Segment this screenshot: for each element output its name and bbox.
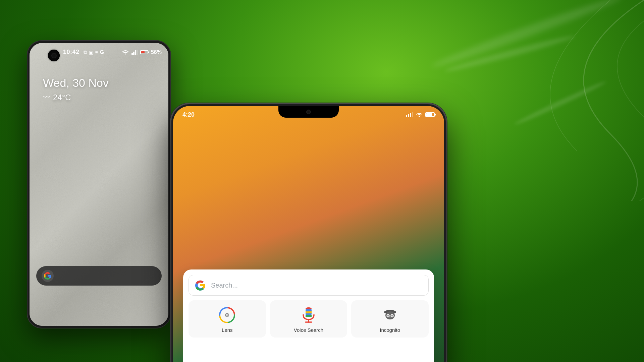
widget-google-logo: [194, 279, 206, 291]
microphone-icon: [300, 306, 317, 324]
battery-percent: 56%: [151, 49, 162, 55]
widget-actions: Lens: [189, 300, 429, 338]
iphone: 4:20: [154, 104, 299, 362]
clipboard-icon: ⧉: [84, 49, 87, 55]
android-status-icons: ⧉ ▣ ≡ G: [84, 49, 104, 55]
svg-point-1: [125, 53, 126, 54]
svg-rect-14: [306, 311, 312, 313]
svg-point-6: [419, 116, 420, 117]
svg-rect-13: [306, 307, 312, 309]
iphone-status-right: [406, 112, 435, 117]
android-screen: 10:42 ⧉ ▣ ≡ G: [30, 43, 168, 326]
svg-point-24: [391, 315, 393, 317]
lens-button[interactable]: Lens: [189, 300, 266, 338]
android-date-widget: Wed, 30 Nov 〰 24°C: [43, 76, 109, 102]
signal-bar-1: [406, 115, 407, 117]
lens-icon: [218, 306, 236, 324]
iphone-battery-icon: [425, 112, 435, 117]
signal-bar-4: [412, 112, 413, 117]
signal-bars-icon: [406, 112, 413, 117]
iphone-body: 4:20: [171, 104, 446, 362]
signal-bar-3: [410, 113, 411, 117]
wifi-icon: [122, 50, 129, 55]
weather-icon: 〰: [43, 93, 50, 102]
android-time: 10:42: [63, 49, 79, 56]
iphone-battery-fill: [426, 113, 432, 116]
mic-svg: [301, 307, 316, 323]
voice-search-button[interactable]: Voice Search: [270, 300, 347, 338]
android-front-camera: [48, 50, 60, 61]
newspaper-icon: ≡: [95, 50, 98, 55]
android-date-text: Wed, 30 Nov: [43, 76, 109, 89]
iphone-time: 4:20: [182, 111, 195, 118]
svg-rect-5: [137, 50, 138, 55]
android-google-logo: [42, 270, 54, 282]
svg-rect-15: [306, 315, 312, 317]
search-placeholder[interactable]: Search...: [211, 282, 238, 289]
incognito-label: Incognito: [380, 327, 400, 333]
lens-label: Lens: [222, 327, 233, 333]
sim-icon: ▣: [89, 50, 93, 55]
svg-rect-3: [133, 52, 135, 55]
android-search-bar[interactable]: [36, 266, 162, 286]
incognito-icon: [381, 306, 399, 324]
incognito-button[interactable]: Incognito: [351, 300, 429, 338]
svg-point-23: [387, 315, 389, 317]
android-weather: 〰 24°C: [43, 93, 109, 102]
iphone-screen: 4:20: [173, 106, 444, 362]
svg-rect-4: [135, 50, 136, 55]
phones-container: 10:42 ⧉ ▣ ≡ G: [0, 0, 644, 362]
voice-search-label: Voice Search: [294, 327, 323, 333]
android-phone: 10:42 ⧉ ▣ ≡ G: [27, 40, 171, 328]
svg-rect-2: [131, 53, 133, 55]
temperature: 24°C: [53, 93, 71, 102]
google-lens-icon: [219, 307, 235, 323]
signal-bar-2: [408, 114, 409, 117]
incognito-svg: [382, 307, 398, 323]
iphone-wifi-icon: [416, 112, 423, 117]
google-g-icon: [44, 272, 52, 280]
svg-point-9: [226, 314, 228, 316]
iphone-notch: [278, 106, 339, 118]
android-right-status: 56%: [122, 49, 162, 55]
google-widget[interactable]: Search...: [183, 269, 434, 362]
google-status-icon: G: [100, 49, 104, 55]
iphone-front-camera: [306, 110, 311, 114]
widget-search-bar[interactable]: Search...: [189, 275, 429, 296]
battery-indicator: [140, 50, 148, 54]
signal-icon: [131, 50, 138, 55]
